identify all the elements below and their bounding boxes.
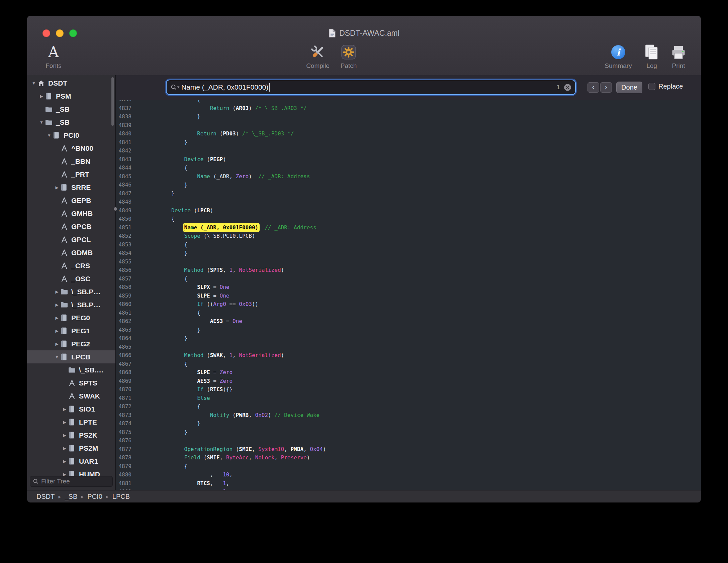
tree-item-ps2m[interactable]: ▶PS2M [27,442,115,455]
code-line[interactable]: 4868 SLPE = Zero [116,368,701,377]
tree-item-gpcb[interactable]: GPCB [27,220,115,233]
disclosure-triangle[interactable]: ▶ [54,185,60,190]
code-line[interactable]: 4854 } [116,249,701,257]
code-line[interactable]: 4878 Field (SMIE, ByteAcc, NoLock, Prese… [116,453,701,462]
search-menu-icon[interactable] [171,84,180,91]
tree-item-pci0[interactable]: ▼PCI0 [27,129,115,142]
code-line[interactable]: 4856 Method (SPTS, 1, NotSerialized) [116,266,701,274]
tree-item-peg2[interactable]: ▶PEG2 [27,337,115,350]
tree-item-lpcb[interactable]: ▼LPCB [27,350,115,363]
code-line[interactable]: 4866 Method (SWAK, 1, NotSerialized) [116,351,701,360]
disclosure-triangle[interactable]: ▶ [61,459,68,464]
disclosure-triangle[interactable]: ▶ [54,316,60,320]
code-line[interactable]: 4853 { [116,240,701,249]
tree-item-gdmb[interactable]: GDMB [27,246,115,259]
code-line[interactable]: 4845 Name (_ADR, Zero) // _ADR: Address [116,172,701,181]
code-line[interactable]: 4836 { [116,100,701,104]
sidebar-scrollbar[interactable] [111,77,114,126]
disclosure-triangle[interactable]: ▶ [38,94,45,99]
code-line[interactable]: 4850 { [116,215,701,223]
code-line[interactable]: 4882 , 3, [116,487,701,490]
code-line[interactable]: 4861 { [116,309,701,317]
fonts-button[interactable]: A Fonts [32,43,75,70]
code-line[interactable]: 4877 OperationRegion (SMIE, SystemIO, PM… [116,445,701,454]
tree-item-bbn[interactable]: _BBN [27,155,115,168]
tree-item-gepb[interactable]: GEPB [27,194,115,207]
code-line[interactable]: 4860 If ((Arg0 == 0x03)) [116,300,701,309]
disclosure-triangle[interactable]: ▶ [54,342,60,346]
tree-item-sbp[interactable]: ▶\_SB.P… [27,298,115,311]
disclosure-triangle[interactable]: ▶ [61,407,68,412]
breadcrumb-item-dsdt[interactable]: DSDT [36,493,55,500]
disclosure-triangle[interactable]: ▼ [38,120,45,125]
next-match-button[interactable]: › [600,82,612,93]
code-editor[interactable]: 4836 {4837 Return (AR03) /* \_SB_.AR03 *… [116,100,701,490]
tree-item-peg0[interactable]: ▶PEG0 [27,311,115,324]
code-line[interactable]: 4880 , 10, [116,470,701,479]
breadcrumb-item-sb[interactable]: _SB [65,493,77,500]
tree-item-crs[interactable]: _CRS [27,259,115,272]
tree-item-sb[interactable]: ▼_SB [27,116,115,129]
code-line[interactable]: 4837 Return (AR03) /* \_SB_.AR03 */ [116,104,701,113]
done-button[interactable]: Done [616,82,642,93]
tree-item-lpte[interactable]: ▶LPTE [27,416,115,429]
disclosure-triangle[interactable]: ▼ [46,133,53,138]
tree-item-spts[interactable]: SPTS [27,376,115,389]
code-line[interactable]: 4855 [116,257,701,266]
previous-match-button[interactable]: ‹ [587,82,599,93]
disclosure-triangle[interactable]: ▶ [61,472,68,476]
code-line[interactable]: 4846 } [116,181,701,189]
code-line[interactable]: 4849 Device (LPCB) [116,206,701,215]
code-line[interactable]: 4870 If (RTCS){} [116,385,701,394]
code-line[interactable]: 4865 [116,343,701,351]
code-line[interactable]: 4874 } [116,419,701,428]
code-line[interactable]: 4858 SLPX = One [116,283,701,292]
code-line[interactable]: 4844 { [116,163,701,172]
tree-item-prt[interactable]: _PRT [27,168,115,181]
filter-tree-input[interactable]: Filter Tree [30,476,113,487]
disclosure-triangle[interactable]: ▶ [61,420,68,425]
tree-item-sio1[interactable]: ▶SIO1 [27,403,115,416]
tree-item-gpcl[interactable]: GPCL [27,233,115,246]
tree-item-srre[interactable]: ▶SRRE [27,181,115,194]
disclosure-triangle[interactable]: ▶ [61,446,68,451]
code-line[interactable]: 4848 [116,198,701,206]
code-line[interactable]: 4838 } [116,112,701,121]
clear-search-button[interactable] [564,84,571,91]
print-button[interactable]: Print [657,43,700,70]
tree-item-ps2k[interactable]: ▶PS2K [27,429,115,442]
code-line[interactable]: 4867 { [116,360,701,368]
code-line[interactable]: 4842 [116,146,701,155]
code-line[interactable]: 4862 AES3 = One [116,317,701,326]
code-line[interactable]: 4851 Name (_ADR, 0x001F0000) // _ADR: Ad… [116,223,701,232]
code-line[interactable]: 4869 AES3 = Zero [116,377,701,385]
disclosure-triangle[interactable]: ▼ [54,355,60,359]
code-line[interactable]: 4879 { [116,462,701,471]
tree-item-psm[interactable]: ▶PSM [27,90,115,103]
code-line[interactable]: 4873 Notify (PWRB, 0x02) // Device Wake [116,411,701,420]
code-line[interactable]: 4839 [116,121,701,130]
tree-item-peg1[interactable]: ▶PEG1 [27,324,115,337]
code-line[interactable]: 4843 Device (PEGP) [116,155,701,164]
code-line[interactable]: 4857 { [116,274,701,283]
code-line[interactable]: 4863 } [116,326,701,334]
replace-checkbox[interactable] [648,83,655,90]
code-line[interactable]: 4876 [116,436,701,445]
disclosure-triangle[interactable]: ▶ [61,433,68,438]
code-line[interactable]: 4847 } [116,189,701,198]
tree-item-gmhb[interactable]: GMHB [27,207,115,220]
tree-item-dsdt[interactable]: ▼DSDT [27,77,115,90]
code-line[interactable]: 4872 { [116,402,701,411]
pane-splitter-handle[interactable] [114,207,117,211]
disclosure-triangle[interactable]: ▶ [54,303,60,307]
code-line[interactable]: 4852 Scope (\_SB.PCI0.LPCB) [116,232,701,240]
code-line[interactable]: 4871 Else [116,394,701,403]
tree-item-humd[interactable]: ▶HUMD [27,468,115,476]
code-line[interactable]: 4840 Return (PD03) /* \_SB_.PD03 */ [116,129,701,138]
disclosure-triangle[interactable]: ▶ [54,290,60,294]
patch-button[interactable]: Patch [327,43,370,70]
disclosure-triangle[interactable]: ▶ [54,329,60,333]
code-line[interactable]: 4881 RTCS, 1, [116,479,701,488]
code-line[interactable]: 4875 } [116,428,701,437]
tree-item-uar1[interactable]: ▶UAR1 [27,455,115,468]
